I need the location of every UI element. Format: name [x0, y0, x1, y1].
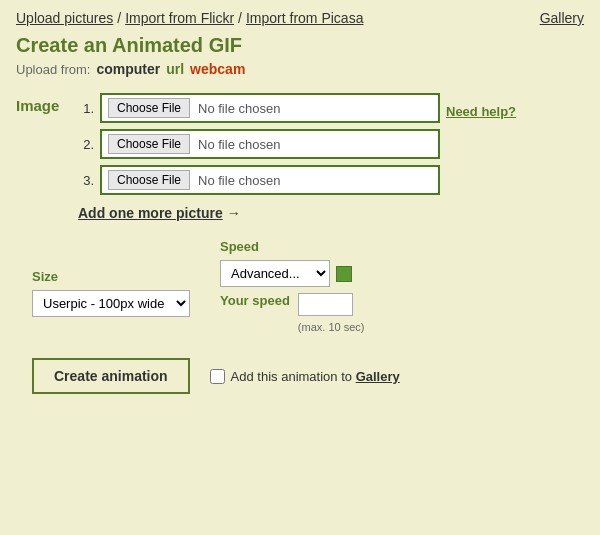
file-input-wrapper-1: Choose File No file chosen: [100, 93, 440, 123]
choose-file-btn-1[interactable]: Choose File: [108, 98, 190, 118]
nav-upload-pictures[interactable]: Upload pictures: [16, 10, 113, 26]
row-num-1: 1.: [78, 101, 94, 116]
upload-webcam-link[interactable]: webcam: [190, 61, 245, 77]
size-select[interactable]: Userpic - 100px wideSmall - 200px wideMe…: [32, 290, 190, 317]
nav-import-flickr[interactable]: Import from Flickr: [125, 10, 234, 26]
upload-from-row: Upload from: computer url webcam: [16, 61, 584, 77]
image-section: Image 1. Choose File No file chosen Need…: [16, 93, 584, 195]
no-file-text-3: No file chosen: [198, 173, 280, 188]
row-num-3: 3.: [78, 173, 94, 188]
need-help-link[interactable]: Need help?: [446, 98, 516, 119]
your-speed-input[interactable]: [298, 293, 353, 316]
image-label: Image: [16, 93, 66, 114]
speed-row: Advanced...SlowMediumFast: [220, 260, 364, 287]
file-input-wrapper-3: Choose File No file chosen: [100, 165, 440, 195]
file-row-3: 3. Choose File No file chosen: [78, 165, 584, 195]
choose-file-btn-3[interactable]: Choose File: [108, 170, 190, 190]
file-inputs-column: 1. Choose File No file chosen Need help?…: [78, 93, 584, 195]
create-animation-button[interactable]: Create animation: [32, 358, 190, 394]
speed-column: Speed Advanced...SlowMediumFast Your spe…: [220, 239, 364, 334]
nav-import-picasa[interactable]: Import from Picasa: [246, 10, 363, 26]
nav-slash: /: [238, 10, 242, 26]
top-nav: Upload pictures / Import from Flickr / I…: [0, 0, 600, 34]
settings-section: Size Userpic - 100px wideSmall - 200px w…: [16, 239, 584, 334]
gallery-check-label: Add this animation to Gallery: [231, 369, 400, 384]
no-file-text-2: No file chosen: [198, 137, 280, 152]
file-row-1: 1. Choose File No file chosen Need help?: [78, 93, 584, 123]
size-column: Size Userpic - 100px wideSmall - 200px w…: [32, 239, 190, 317]
upload-computer-link[interactable]: computer: [96, 61, 160, 77]
speed-select[interactable]: Advanced...SlowMediumFast: [220, 260, 330, 287]
speed-label: Speed: [220, 239, 364, 254]
add-arrow: →: [227, 205, 241, 221]
main-content: Create an Animated GIF Upload from: comp…: [0, 34, 600, 410]
gallery-check-link[interactable]: Gallery: [356, 369, 400, 384]
gallery-check-row: Add this animation to Gallery: [210, 369, 400, 384]
no-file-text-1: No file chosen: [198, 101, 280, 116]
upload-url-link[interactable]: url: [166, 61, 184, 77]
choose-file-btn-2[interactable]: Choose File: [108, 134, 190, 154]
page-title: Create an Animated GIF: [16, 34, 584, 57]
file-row-2: 2. Choose File No file chosen: [78, 129, 584, 159]
upload-from-label: Upload from:: [16, 62, 90, 77]
add-more-row: Add one more picture→: [78, 205, 584, 221]
row-num-2: 2.: [78, 137, 94, 152]
nav-separator1: /: [117, 10, 121, 26]
file-input-wrapper-2: Choose File No file chosen: [100, 129, 440, 159]
nav-gallery[interactable]: Gallery: [540, 10, 584, 26]
bottom-row: Create animation Add this animation to G…: [16, 358, 584, 394]
add-to-gallery-checkbox[interactable]: [210, 369, 225, 384]
your-speed-row: Your speed (max. 10 sec): [220, 293, 364, 334]
your-speed-label: Your speed: [220, 293, 290, 310]
speed-green-indicator[interactable]: [336, 266, 352, 282]
size-label: Size: [32, 269, 190, 284]
add-more-link[interactable]: Add one more picture: [78, 205, 223, 221]
max-note: (max. 10 sec): [298, 320, 365, 334]
